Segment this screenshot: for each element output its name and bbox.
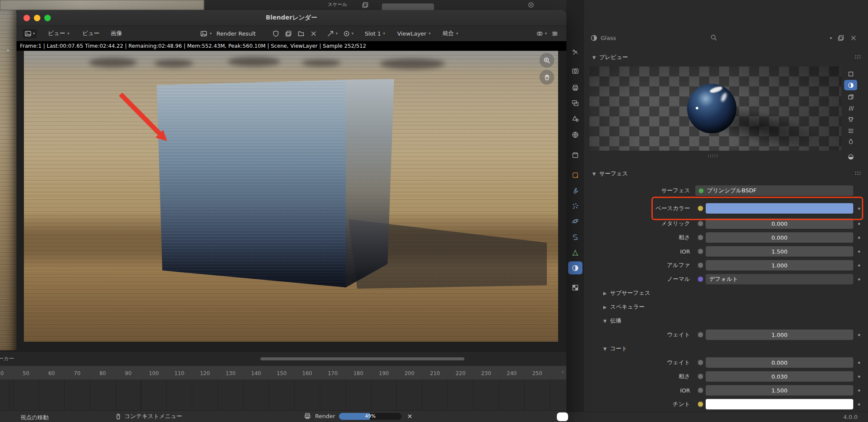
slot-dropdown[interactable]: Slot 1▾ <box>365 30 385 37</box>
transmission-weight-slider[interactable]: 1.000 <box>706 330 853 340</box>
coat-roughness-slider[interactable]: 0.030 <box>706 371 853 382</box>
preview-cube-button[interactable] <box>844 92 857 102</box>
properties-tab-scene[interactable] <box>568 112 582 125</box>
preview-liquid-button[interactable] <box>844 136 857 146</box>
decorator-dot[interactable] <box>858 251 860 253</box>
close-icon[interactable] <box>850 34 857 42</box>
menu-view[interactable]: ビュー <box>82 30 100 37</box>
decorator-dot[interactable] <box>858 403 860 406</box>
search-icon[interactable] <box>710 34 717 41</box>
marker-menu-label[interactable]: マーカー <box>0 355 14 363</box>
timeline-frame-ruler[interactable]: ‹ 40506070809010011012013014015016017018… <box>0 366 566 379</box>
properties-tab-physics[interactable] <box>568 214 582 227</box>
render-pass-dropdown[interactable]: 統合▾ <box>443 30 458 37</box>
panel-grip-handle[interactable] <box>855 55 861 59</box>
preview-world-button[interactable] <box>844 152 857 162</box>
alpha-slider[interactable]: 1.000 <box>706 260 853 270</box>
panel-grip-handle[interactable] <box>855 171 861 175</box>
value-socket[interactable] <box>697 221 704 227</box>
image-datablock-dropdown[interactable]: ▾ Render Result <box>200 30 256 37</box>
preview-panel-header[interactable]: ▼ プレビュー <box>592 53 628 61</box>
subpanel-transmission[interactable]: ▼伝播 <box>584 314 865 328</box>
zoom-button[interactable] <box>44 15 51 21</box>
preview-sphere-button[interactable] <box>844 80 857 90</box>
properties-tab-particles[interactable] <box>568 199 582 212</box>
timeline-track-area[interactable] <box>0 379 566 410</box>
decorator-dot[interactable] <box>858 278 860 280</box>
gizmo-dropdown[interactable]: ▾ <box>327 30 338 37</box>
properties-tab-object-data[interactable] <box>568 246 582 259</box>
chevron-down-icon[interactable]: ▾ <box>830 36 832 40</box>
value-socket[interactable] <box>697 332 704 338</box>
vector-socket[interactable] <box>697 276 704 282</box>
properties-tab-object[interactable] <box>568 168 582 181</box>
display-channels-dropdown[interactable]: ▾ <box>536 30 547 37</box>
window-titlebar[interactable]: Blenderレンダー <box>16 10 566 26</box>
fake-user-button[interactable] <box>272 30 279 37</box>
value-socket[interactable] <box>697 234 704 241</box>
properties-tab-collection[interactable] <box>568 148 582 162</box>
coat-weight-slider[interactable]: 0.000 <box>706 357 853 368</box>
properties-tab-output[interactable] <box>568 81 582 94</box>
preview-cloth-button[interactable] <box>844 114 857 124</box>
properties-tab-material[interactable] <box>568 261 582 274</box>
ruler-collapse-icon[interactable]: ‹ <box>562 369 564 375</box>
zoom-in-button[interactable] <box>539 53 554 68</box>
color-socket[interactable] <box>697 205 704 211</box>
editor-type-button[interactable]: ▾ <box>23 29 37 38</box>
ior-slider[interactable]: 1.500 <box>706 246 853 257</box>
minimize-button[interactable] <box>34 15 40 21</box>
subpanel-subsurface[interactable]: ▶サブサーフェス <box>584 286 865 300</box>
roughness-slider[interactable]: 0.000 <box>706 232 853 243</box>
decorator-dot[interactable] <box>858 223 860 225</box>
properties-tab-modifiers[interactable] <box>568 184 582 197</box>
subpanel-specular[interactable]: ▶スペキュラー <box>584 300 865 314</box>
color-socket[interactable] <box>697 401 704 407</box>
decorator-dot[interactable] <box>858 389 860 392</box>
preview-hair-button[interactable] <box>844 103 857 113</box>
shader-dropdown[interactable]: プリンシプルBSDF <box>695 185 853 196</box>
preview-fluid-button[interactable] <box>844 125 857 135</box>
decorator-dot[interactable] <box>858 362 860 364</box>
decorator-dot[interactable] <box>858 376 860 378</box>
sidebar-expand-toggle[interactable]: » <box>6 47 10 54</box>
coat-ior-slider[interactable]: 1.500 <box>706 385 853 396</box>
base-color-swatch[interactable] <box>706 203 853 214</box>
properties-tab-view-layer[interactable] <box>568 96 582 109</box>
new-image-button[interactable] <box>285 30 292 37</box>
unlink-image-button[interactable] <box>310 30 317 37</box>
preview-resize-handle[interactable] <box>707 154 718 157</box>
pan-hand-button[interactable] <box>539 70 554 85</box>
properties-tab-world[interactable] <box>568 128 582 141</box>
subpanel-coat[interactable]: ▼コート <box>584 342 865 356</box>
decorator-dot[interactable] <box>858 237 860 239</box>
properties-tab-texture[interactable] <box>568 281 582 294</box>
mode-dropdown[interactable]: ビュー▾ <box>48 30 69 37</box>
value-socket[interactable] <box>697 248 704 254</box>
overlay-dropdown[interactable]: ▾ <box>343 30 354 37</box>
value-socket[interactable] <box>697 387 704 393</box>
metallic-slider[interactable]: 0.000 <box>706 218 853 229</box>
decorator-dot[interactable] <box>858 334 860 336</box>
value-socket[interactable] <box>697 262 704 268</box>
view-layer-dropdown[interactable]: ViewLayer▾ <box>397 30 431 37</box>
timeline-horizontal-scrollbar[interactable] <box>260 357 464 360</box>
value-socket[interactable] <box>697 373 704 379</box>
properties-tab-constraints[interactable] <box>568 231 582 244</box>
render-viewport[interactable] <box>24 51 558 342</box>
properties-tab-tool[interactable] <box>568 46 582 59</box>
surface-panel-header[interactable]: ▼ サーフェス <box>592 170 628 178</box>
close-button[interactable] <box>23 15 30 21</box>
value-socket[interactable] <box>697 359 704 366</box>
normal-dropdown[interactable]: デフォルト <box>706 274 853 284</box>
menu-image[interactable]: 画像 <box>111 30 122 37</box>
decorator-dot[interactable] <box>858 264 860 267</box>
cancel-render-button[interactable]: ✕ <box>405 413 414 420</box>
view-settings-button[interactable] <box>551 30 559 37</box>
preview-flat-button[interactable] <box>844 69 857 79</box>
decorator-dot[interactable] <box>858 208 860 210</box>
coat-tint-swatch[interactable] <box>706 399 853 409</box>
properties-tab-render[interactable] <box>568 64 582 77</box>
open-image-button[interactable] <box>297 30 305 37</box>
pin-icon[interactable] <box>837 34 845 42</box>
